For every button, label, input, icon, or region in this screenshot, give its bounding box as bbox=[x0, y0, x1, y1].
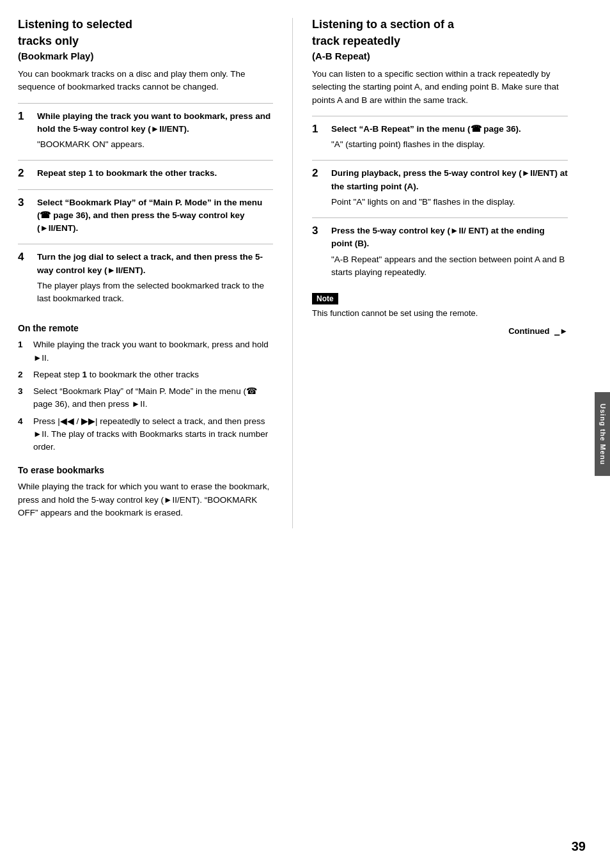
right-title-line1: Listening to a section of a bbox=[312, 18, 568, 32]
right-step-3-number: 3 bbox=[312, 225, 326, 237]
left-subtitle: (Bookmark Play) bbox=[18, 51, 273, 61]
left-column: Listening to selected tracks only (Bookm… bbox=[18, 18, 293, 528]
step-1-title: While playing the track you want to book… bbox=[37, 110, 273, 136]
step-1-body: "BOOKMARK ON" appears. bbox=[37, 138, 273, 151]
remote-item-3-text: Select “Bookmark Play” of “Main P. Mode”… bbox=[33, 385, 273, 411]
step-4-content: Turn the jog dial to select a track, and… bbox=[37, 251, 273, 305]
remote-item-1: 1 While playing the track you want to bo… bbox=[18, 338, 273, 365]
step-1-number: 1 bbox=[18, 110, 32, 123]
remote-item-3: 3 Select “Bookmark Play” of “Main P. Mod… bbox=[18, 385, 273, 411]
right-title: Listening to a section of a track repeat… bbox=[312, 18, 568, 61]
right-step-3-title: Press the 5-way control key (►II/ ENT) a… bbox=[331, 225, 568, 251]
right-step-1: 1 Select “A-B Repeat” in the menu (☎ pag… bbox=[312, 116, 568, 158]
sidebar-tab: Using the Menu bbox=[595, 392, 610, 477]
right-step-2-body: Point "A" lights on and "B" flashes in t… bbox=[331, 196, 568, 209]
left-intro: You can bookmark tracks on a disc and pl… bbox=[18, 68, 273, 94]
left-step-4: 4 Turn the jog dial to select a track, a… bbox=[18, 244, 273, 312]
step-1-content: While playing the track you want to book… bbox=[37, 110, 273, 152]
right-column: Listening to a section of a track repeat… bbox=[293, 18, 568, 528]
remote-item-1-text: While playing the track you want to book… bbox=[33, 338, 273, 365]
remote-item-3-num: 3 bbox=[18, 385, 29, 398]
step-3-title: Select “Bookmark Play” of “Main P. Mode”… bbox=[37, 196, 273, 235]
remote-item-4-text: Press |◀◀ / ▶▶| repeatedly to select a t… bbox=[33, 415, 273, 454]
step-2-number: 2 bbox=[18, 167, 32, 180]
right-intro: You can listen to a specific section wit… bbox=[312, 68, 568, 107]
step-4-body: The player plays from the selected bookm… bbox=[37, 280, 273, 306]
left-step-1: 1 While playing the track you want to bo… bbox=[18, 103, 273, 158]
step-3-number: 3 bbox=[18, 196, 32, 209]
step-4-title: Turn the jog dial to select a track, and… bbox=[37, 251, 273, 277]
note-text: This function cannot be set using the re… bbox=[312, 307, 568, 320]
page-container: Listening to selected tracks only (Bookm… bbox=[0, 0, 610, 546]
right-step-1-content: Select “A-B Repeat” in the menu (☎ page … bbox=[331, 123, 568, 152]
remote-item-4-num: 4 bbox=[18, 415, 29, 428]
right-step-3-body: "A-B Repeat" appears and the section bet… bbox=[331, 253, 568, 280]
right-step-1-number: 1 bbox=[312, 123, 326, 136]
left-title-line2: tracks only bbox=[18, 35, 273, 49]
left-step-2: 2 Repeat step 1 to bookmark the other tr… bbox=[18, 160, 273, 186]
remote-list: 1 While playing the track you want to bo… bbox=[18, 338, 273, 454]
right-step-1-body: "A" (starting point) flashes in the disp… bbox=[331, 138, 568, 151]
right-step-2-title: During playback, press the 5-way control… bbox=[331, 167, 568, 193]
right-step-3-content: Press the 5-way control key (►II/ ENT) a… bbox=[331, 225, 568, 279]
remote-item-4: 4 Press |◀◀ / ▶▶| repeatedly to select a… bbox=[18, 415, 273, 454]
continued-label: Continued bbox=[508, 326, 549, 336]
step-4-number: 4 bbox=[18, 251, 32, 264]
continued-arrow-icon: ⎯► bbox=[554, 326, 568, 336]
left-title-line1: Listening to selected bbox=[18, 18, 273, 32]
right-title-line2: track repeatedly bbox=[312, 35, 568, 49]
right-step-2-number: 2 bbox=[312, 167, 326, 180]
right-step-2-content: During playback, press the 5-way control… bbox=[331, 167, 568, 209]
remote-item-2-num: 2 bbox=[18, 368, 29, 381]
left-step-3: 3 Select “Bookmark Play” of “Main P. Mod… bbox=[18, 189, 273, 242]
remote-item-2: 2 Repeat step 1 to bookmark the other tr… bbox=[18, 368, 273, 381]
on-remote-title: On the remote bbox=[18, 323, 273, 333]
right-step-1-title: Select “A-B Repeat” in the menu (☎ page … bbox=[331, 123, 568, 136]
step-3-content: Select “Bookmark Play” of “Main P. Mode”… bbox=[37, 196, 273, 235]
continued-line: Continued ⎯► bbox=[312, 326, 568, 336]
erase-text: While playing the track for which you wa… bbox=[18, 480, 273, 519]
step-2-content: Repeat step 1 to bookmark the other trac… bbox=[37, 167, 273, 180]
erase-title: To erase bookmarks bbox=[18, 465, 273, 475]
right-step-2: 2 During playback, press the 5-way contr… bbox=[312, 160, 568, 215]
page-number: 39 bbox=[572, 839, 586, 854]
step-2-title: Repeat step 1 to bookmark the other trac… bbox=[37, 167, 273, 180]
right-subtitle: (A-B Repeat) bbox=[312, 51, 568, 61]
remote-item-1-num: 1 bbox=[18, 338, 29, 351]
note-label: Note bbox=[312, 293, 338, 304]
left-title: Listening to selected tracks only (Bookm… bbox=[18, 18, 273, 61]
right-step-3: 3 Press the 5-way control key (►II/ ENT)… bbox=[312, 217, 568, 285]
remote-item-2-text: Repeat step 1 to bookmark the other trac… bbox=[33, 368, 199, 381]
